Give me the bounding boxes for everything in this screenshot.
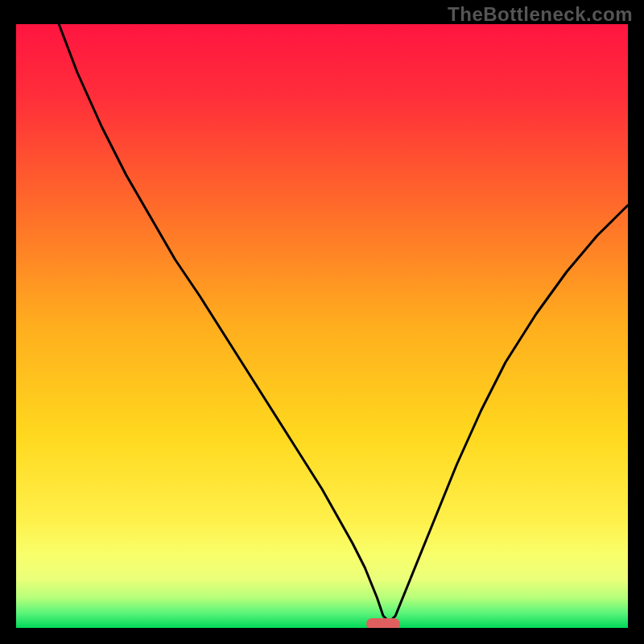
chart-frame: TheBottleneck.com — [0, 0, 644, 644]
watermark-text: TheBottleneck.com — [448, 3, 633, 26]
plot-area — [16, 24, 628, 628]
gradient-background — [16, 24, 628, 628]
minimum-marker — [366, 618, 400, 628]
bottleneck-chart-svg — [16, 24, 628, 628]
